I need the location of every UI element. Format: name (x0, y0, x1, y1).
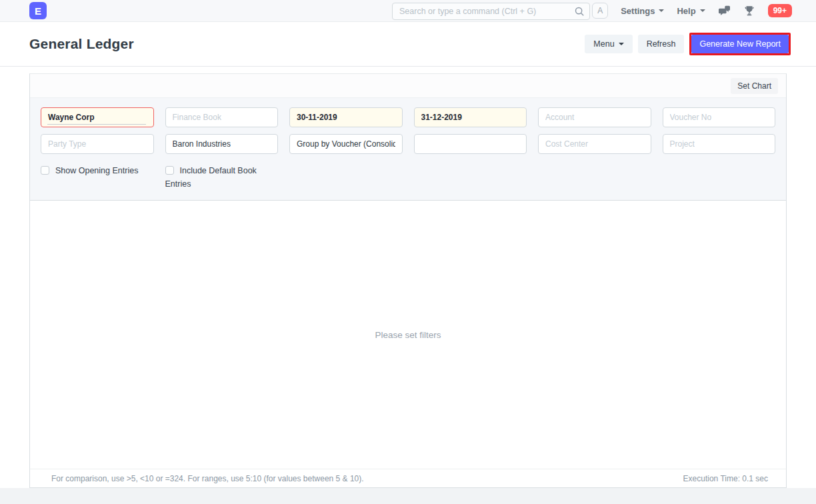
help-menu[interactable]: Help (677, 6, 705, 16)
page-background (0, 488, 816, 504)
chart-toolbar: Set Chart (30, 74, 786, 98)
navbar-right: A Settings Help (592, 3, 792, 19)
party-filter-wrap (165, 134, 279, 154)
party-filter-input[interactable] (165, 134, 279, 154)
group-by-filter-input[interactable] (289, 134, 403, 154)
execution-time: Execution Time: 0.1 sec (683, 474, 768, 483)
filter-grid (41, 107, 775, 154)
from-date-filter-input[interactable] (289, 107, 403, 127)
to-date-filter-input[interactable] (414, 107, 527, 127)
project-filter-input[interactable] (663, 134, 776, 154)
comparison-hint: For comparison, use >5, <10 or =324. For… (51, 474, 364, 483)
settings-label: Settings (621, 6, 655, 16)
empty-filter-input[interactable] (414, 134, 527, 154)
highlight-annotation: Generate New Report (689, 33, 791, 56)
page-title: General Ledger (29, 36, 134, 52)
search-input[interactable] (392, 3, 590, 20)
account-filter-wrap (538, 107, 651, 127)
include-default-book-entries-checkbox-input[interactable] (165, 166, 174, 175)
include-default-book-entries-checkbox[interactable]: Include Default Book Entries (165, 164, 279, 191)
empty-filter-wrap (414, 134, 527, 154)
app-logo-letter: E (35, 5, 41, 17)
company-filter-wrap (41, 107, 154, 127)
notifications-badge[interactable]: 99+ (768, 4, 792, 17)
finance-book-filter-input[interactable] (165, 107, 279, 127)
menu-button-label: Menu (593, 40, 614, 49)
include-default-book-entries-label: Include Default Book Entries (165, 166, 257, 189)
voucher-no-filter-wrap (663, 107, 776, 127)
empty-state-message: Please set filters (375, 330, 441, 340)
chevron-down-icon (659, 9, 664, 12)
show-opening-entries-checkbox[interactable]: Show Opening Entries (41, 164, 154, 191)
filter-section: Show Opening Entries Include Default Boo… (30, 98, 786, 201)
group-by-filter-wrap (289, 134, 403, 154)
report-empty-state: Please set filters (30, 201, 786, 469)
search-icon (574, 6, 585, 17)
party-type-filter-input[interactable] (41, 134, 154, 154)
set-chart-button[interactable]: Set Chart (731, 78, 778, 94)
help-label: Help (677, 6, 695, 16)
user-avatar[interactable]: A (592, 3, 608, 19)
report-container: Set Chart (29, 73, 787, 488)
cost-center-filter-input[interactable] (538, 134, 651, 154)
project-filter-wrap (663, 134, 776, 154)
company-filter-input[interactable] (41, 107, 154, 127)
show-opening-entries-label: Show Opening Entries (55, 166, 138, 175)
chat-icon[interactable] (718, 5, 731, 17)
generate-new-report-button[interactable]: Generate New Report (691, 35, 789, 54)
cost-center-filter-wrap (538, 134, 651, 154)
global-search (392, 3, 590, 20)
to-date-filter-wrap (414, 107, 527, 127)
voucher-no-filter-input[interactable] (663, 107, 776, 127)
menu-button[interactable]: Menu (585, 35, 632, 54)
status-bar: For comparison, use >5, <10 or =324. For… (30, 469, 786, 487)
from-date-filter-wrap (289, 107, 403, 127)
app-logo[interactable]: E (29, 2, 47, 19)
party-type-filter-wrap (41, 134, 154, 154)
page-head: General Ledger Menu Refresh Generate New… (0, 22, 816, 67)
settings-menu[interactable]: Settings (621, 6, 664, 16)
app-window: E A Settings Help (0, 0, 816, 504)
refresh-button[interactable]: Refresh (638, 35, 685, 54)
trophy-icon[interactable] (743, 5, 755, 17)
page-actions: Menu Refresh Generate New Report (585, 33, 791, 56)
show-opening-entries-checkbox-input[interactable] (41, 166, 49, 175)
checkbox-row: Show Opening Entries Include Default Boo… (41, 164, 775, 191)
chevron-down-icon (700, 9, 705, 12)
account-filter-input[interactable] (538, 107, 651, 127)
chevron-down-icon (619, 43, 624, 45)
navbar: E A Settings Help (0, 0, 816, 22)
finance-book-filter-wrap (165, 107, 279, 127)
